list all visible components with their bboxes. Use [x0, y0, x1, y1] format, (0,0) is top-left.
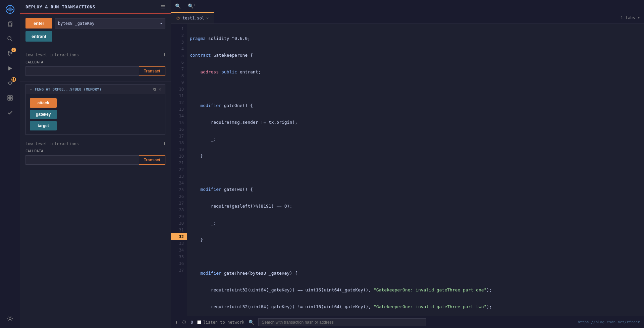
svg-point-4 [8, 37, 11, 40]
deploy-header: DEPLOY & RUN TRANSACTIONS [20, 0, 171, 14]
svg-line-15 [11, 84, 12, 84]
attack-button[interactable]: attack [30, 98, 57, 108]
tab-bar: ⟳ test1.sol ✕ 1 tabs ▾ [171, 12, 644, 24]
code-line: require(gasleft()%(8191) == 0); [190, 203, 644, 210]
listen-checkbox[interactable] [197, 320, 201, 324]
code-line: } [190, 153, 644, 159]
info-icon-2[interactable]: ℹ [164, 142, 165, 146]
chevron-down-icon: ▾ [160, 21, 162, 26]
transact-button-2[interactable]: Transact [139, 155, 165, 165]
entrant-section: entrant [25, 31, 165, 42]
instance-buttons: attack gatekey target [30, 98, 161, 130]
calldata-row: Transact [25, 66, 165, 76]
code-lines: 1 2 3 4 5 6 7 8 9 10 11 12 13 14 15 16 1… [171, 24, 644, 316]
debug-badge: 11 [11, 77, 16, 82]
search-bottom-icon[interactable]: 🔍 [249, 320, 254, 325]
collapse-icon[interactable]: ▾ [30, 87, 32, 92]
git-icon[interactable]: 2 [3, 47, 17, 60]
svg-rect-21 [161, 5, 165, 6]
calldata-label-2: CALLDATA [25, 149, 165, 153]
divider-1 [20, 47, 171, 47]
entrant-button[interactable]: entrant [25, 31, 52, 42]
calldata-input-2[interactable] [25, 155, 139, 165]
svg-point-1 [8, 7, 12, 11]
code-line: modifier gateOne() { [190, 102, 644, 109]
enter-row: enter bytes8 _gateKey ▾ [25, 18, 165, 29]
code-line: require(uint32(uint64(_gateKey)) != uint… [190, 304, 644, 310]
calldata-label: CALLDATA [25, 60, 165, 64]
divider-2 [20, 81, 171, 81]
info-icon[interactable]: ℹ [164, 53, 165, 57]
editor-toolbar: 🔍- 🔍+ [171, 0, 644, 12]
code-line: require(msg.sender != tx.origin); [190, 119, 644, 126]
svg-line-14 [8, 84, 9, 84]
bottom-bar: ⬆ ⏱ 0 listen to network 🔍 https://blog.c… [171, 316, 644, 328]
tx-count: 0 [191, 320, 193, 325]
code-line: _; [190, 136, 644, 143]
enter-section: enter bytes8 _gateKey ▾ entrant [20, 14, 171, 46]
calldata-input[interactable] [25, 66, 139, 76]
low-level-section: Low level interactions ℹ CALLDATA Transa… [20, 49, 171, 80]
svg-point-20 [9, 318, 11, 320]
up-icon[interactable]: ⬆ [175, 320, 178, 325]
sidebar: 2 11 [0, 0, 20, 328]
svg-rect-16 [8, 96, 10, 98]
tabs-count[interactable]: 1 tabs ▾ [616, 14, 644, 21]
zoom-in-icon[interactable]: 🔍+ [186, 2, 197, 10]
dropdown-value: bytes8 _gateKey [58, 21, 94, 26]
low-level-title: Low level interactions ℹ [25, 53, 165, 57]
low-level-title-2: Low level interactions ℹ [25, 142, 165, 146]
svg-line-12 [8, 82, 9, 83]
svg-line-13 [11, 82, 12, 83]
search-sidebar-icon[interactable] [3, 32, 17, 46]
url-display: https://blog.csdn.net/rfrder [578, 320, 640, 324]
code-line: contract GatekeeperOne { [190, 52, 644, 59]
code-line: _; [190, 220, 644, 226]
test-icon[interactable] [3, 106, 17, 119]
instance-label: FENG AT 0XF8E...9FBE8 (MEMORY) [35, 87, 102, 92]
code-line [190, 169, 644, 176]
contract-instance: ▾ FENG AT 0XF8E...9FBE8 (MEMORY) ⧉ ✕ att… [25, 84, 165, 135]
target-button[interactable]: target [30, 121, 57, 130]
tab-sync-icon: ⟳ [176, 15, 180, 21]
code-line: address public entrant; [190, 69, 644, 75]
deploy-title: DEPLOY & RUN TRANSACTIONS [25, 4, 95, 9]
code-line: require(uint32(uint64(_gateKey)) == uint… [190, 287, 644, 293]
tx-search-input[interactable] [258, 318, 426, 326]
copy-instance-icon[interactable]: ⧉ [153, 87, 156, 92]
gatkey-dropdown[interactable]: bytes8 _gateKey ▾ [55, 18, 165, 29]
code-line [190, 253, 644, 260]
tab-test1[interactable]: ⟳ test1.sol ✕ [171, 12, 214, 23]
settings-icon[interactable] [3, 312, 17, 325]
deploy-sidebar-icon[interactable] [3, 62, 17, 75]
tab-label: test1.sol [182, 16, 204, 20]
svg-point-11 [9, 82, 11, 85]
clock-icon[interactable]: ⏱ [182, 320, 186, 325]
line-numbers: 1 2 3 4 5 6 7 8 9 10 11 12 13 14 15 16 1… [171, 24, 187, 316]
contract-instance-header: ▾ FENG AT 0XF8E...9FBE8 (MEMORY) ⧉ ✕ [26, 85, 165, 94]
zoom-out-icon[interactable]: 🔍- [174, 2, 184, 10]
code-editor: 🔍- 🔍+ ⟳ test1.sol ✕ 1 tabs ▾ 1 2 3 4 5 6… [171, 0, 644, 328]
svg-rect-23 [161, 8, 165, 8]
transact-button[interactable]: Transact [139, 66, 165, 76]
tab-close-icon[interactable]: ✕ [206, 16, 209, 20]
code-line: modifier gateThree(bytes8 _gateKey) { [190, 270, 644, 277]
svg-rect-18 [8, 98, 10, 100]
bug-icon[interactable]: 11 [3, 76, 17, 90]
svg-rect-19 [10, 98, 12, 100]
copy-icon[interactable] [3, 17, 17, 31]
close-instance-icon[interactable]: ✕ [159, 87, 161, 92]
gatekey-button[interactable]: gatekey [30, 110, 57, 119]
code-text: pragma solidity ^0.6.0; contract Gatekee… [187, 24, 644, 316]
calldata-row-2: Transact [25, 155, 165, 165]
code-line: modifier gateTwo() { [190, 186, 644, 193]
low-level-section-2: Low level interactions ℹ CALLDATA Transa… [20, 138, 171, 169]
menu-icon[interactable] [160, 4, 165, 9]
code-line: } [190, 236, 644, 243]
code-line: pragma solidity ^0.6.0; [190, 35, 644, 42]
code-line [190, 86, 644, 92]
plugin-icon[interactable] [3, 91, 17, 105]
enter-button[interactable]: enter [25, 18, 52, 29]
svg-point-6 [8, 51, 9, 53]
logo-icon[interactable] [3, 3, 17, 16]
